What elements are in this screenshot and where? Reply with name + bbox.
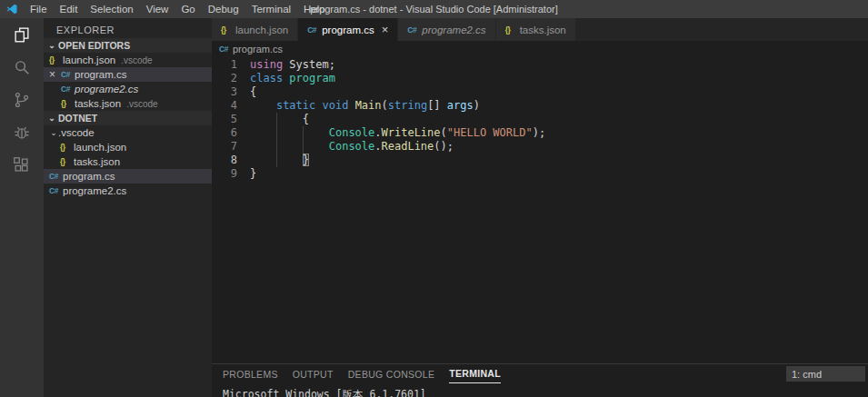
activity-debug-button[interactable]	[0, 116, 44, 149]
line-number: 7	[212, 140, 237, 154]
activity-explorer-button[interactable]	[0, 18, 44, 51]
panel-tab-output[interactable]: OUTPUT	[293, 364, 334, 383]
file-type-icon: {}	[221, 25, 235, 35]
open-editor-launch-json[interactable]: {} launch.json .vscode	[44, 53, 212, 67]
code-token	[250, 140, 329, 153]
code-text: Console.WriteLine("HELLO WORLD");	[250, 126, 545, 140]
menu-file[interactable]: File	[24, 0, 54, 18]
menu-view[interactable]: View	[140, 0, 175, 18]
file-type-icon: C#	[407, 25, 422, 35]
vscode-logo-icon	[5, 3, 18, 15]
code-token: .	[374, 140, 381, 153]
terminal-picker-dropdown[interactable]: 1: cmd	[786, 366, 865, 382]
file-type-icon: C#	[307, 25, 322, 35]
file-type-icon: C#	[49, 186, 63, 195]
menu-selection[interactable]: Selection	[84, 0, 139, 18]
title-bar: File Edit Selection View Go Debug Termin…	[0, 0, 868, 18]
line-number: 4	[212, 99, 237, 113]
tree-item-launch-json[interactable]: {} launch.json	[44, 140, 212, 154]
code-token: "HELLO WORLD"	[447, 126, 533, 139]
code-line-6[interactable]: 6 Console.WriteLine("HELLO WORLD");	[212, 126, 868, 140]
folder-section-header[interactable]: ⌄ DOTNET	[44, 111, 212, 125]
code-editor[interactable]: 1 using System; 2 class program 3 { 4 st…	[212, 56, 868, 363]
menu-debug[interactable]: Debug	[202, 0, 245, 18]
code-line-1[interactable]: 1 using System;	[212, 58, 868, 72]
indent-guide	[303, 126, 304, 154]
code-token: []	[427, 99, 447, 112]
file-type-icon: C#	[61, 84, 75, 94]
code-text: Console.ReadLine();	[250, 140, 454, 154]
file-type-icon: {}	[505, 25, 520, 35]
tab-programe2-cs[interactable]: C# programe2.cs	[398, 18, 495, 41]
open-editors-label: OPEN EDITORS	[58, 40, 130, 51]
file-type-icon: {}	[49, 55, 63, 65]
code-line-5[interactable]: 5 {	[212, 113, 868, 126]
code-text: }	[250, 167, 256, 181]
activity-search-button[interactable]	[0, 51, 44, 84]
tree-item-tasks-json[interactable]: {} tasks.json	[44, 154, 212, 169]
open-editor-programe2-cs[interactable]: C# programe2.cs	[44, 82, 212, 96]
code-token: .	[374, 126, 381, 139]
chevron-down-icon: ⌄	[47, 41, 56, 50]
code-token: args	[447, 99, 474, 112]
code-text: {	[250, 113, 309, 126]
code-token	[250, 99, 276, 112]
code-token	[348, 99, 354, 112]
activity-extensions-button[interactable]	[0, 149, 44, 182]
line-number: 8	[212, 154, 237, 167]
breadcrumb[interactable]: C# program.cs	[212, 41, 868, 56]
files-icon	[12, 25, 32, 45]
menu-go[interactable]: Go	[175, 0, 201, 18]
tree-item-vscode[interactable]: ⌄ .vscode	[44, 125, 212, 140]
code-token: void	[323, 99, 349, 112]
code-token: using	[250, 58, 283, 71]
code-line-8[interactable]: 8 }	[212, 154, 868, 167]
code-token	[250, 126, 329, 139]
code-token: ReadLine	[382, 140, 434, 153]
tab-program-cs[interactable]: C# program.cs ×	[298, 18, 398, 41]
panel-tab-bar: PROBLEMS OUTPUT DEBUG CONSOLE TERMINAL	[212, 364, 868, 383]
code-token: static	[276, 99, 315, 112]
open-editor-tasks-json[interactable]: {} tasks.json .vscode	[44, 96, 212, 111]
tab-tasks-json[interactable]: {} tasks.json	[496, 18, 576, 41]
line-number: 6	[212, 126, 237, 140]
file-type-icon: C#	[61, 70, 75, 79]
activity-bar	[0, 18, 44, 397]
bottom-panel: PROBLEMS OUTPUT DEBUG CONSOLE TERMINAL 1…	[212, 363, 868, 397]
code-line-2[interactable]: 2 class program	[212, 72, 868, 85]
panel-tab-terminal[interactable]: TERMINAL	[449, 364, 501, 383]
menu-edit[interactable]: Edit	[54, 0, 85, 18]
code-token: Main	[355, 99, 382, 112]
activity-source-control-button[interactable]	[0, 84, 44, 116]
line-number: 9	[212, 167, 237, 181]
panel-tab-problems[interactable]: PROBLEMS	[223, 364, 278, 383]
editor-tab-bar: {} launch.json C# program.cs × C# progra…	[212, 18, 868, 41]
menu-terminal[interactable]: Terminal	[245, 0, 297, 18]
line-number: 3	[212, 85, 237, 99]
panel-tab-debug-console[interactable]: DEBUG CONSOLE	[348, 364, 435, 383]
explorer-sidebar: EXPLORER ⌄ OPEN EDITORS {} launch.json .…	[44, 18, 212, 397]
file-type-icon: {}	[61, 99, 75, 108]
close-icon[interactable]: ×	[382, 24, 389, 35]
open-editors-header[interactable]: ⌄ OPEN EDITORS	[44, 38, 212, 53]
line-number: 5	[212, 113, 237, 126]
open-editor-program-cs[interactable]: × C# program.cs	[44, 67, 212, 82]
code-token: program	[289, 72, 335, 84]
file-type-icon: C#	[49, 172, 63, 181]
code-lines: 1 using System; 2 class program 3 { 4 st…	[212, 58, 868, 181]
tree-item-program-cs[interactable]: C# program.cs	[44, 169, 212, 184]
code-text: }	[250, 154, 309, 167]
code-text: class program	[250, 72, 335, 85]
code-token: ();	[434, 140, 454, 153]
menu-help[interactable]: Help	[297, 0, 332, 18]
code-token: (	[382, 99, 388, 112]
tree-item-programe2-cs[interactable]: C# programe2.cs	[44, 184, 212, 198]
search-icon	[12, 57, 32, 77]
code-token: }	[250, 167, 256, 180]
close-icon[interactable]: ×	[49, 69, 61, 80]
tab-launch-json[interactable]: {} launch.json	[212, 18, 298, 41]
code-line-4[interactable]: 4 static void Main(string[] args)	[212, 99, 868, 113]
code-line-7[interactable]: 7 Console.ReadLine();	[212, 140, 868, 154]
code-line-9[interactable]: 9 }	[212, 167, 868, 181]
code-line-3[interactable]: 3 {	[212, 85, 868, 99]
